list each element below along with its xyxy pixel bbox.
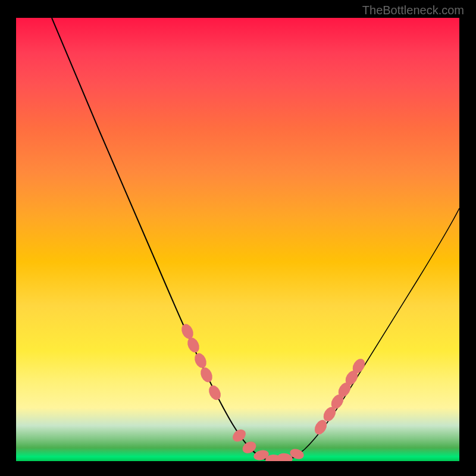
marker-group-bottom: [230, 427, 305, 461]
marker-dot: [179, 322, 195, 340]
marker-group-left: [179, 322, 223, 402]
marker-dot: [192, 351, 208, 369]
marker-group-right: [312, 356, 368, 437]
bottleneck-curve-right: [277, 208, 459, 461]
bottleneck-curve-left: [52, 18, 273, 461]
marker-dot: [206, 383, 223, 402]
watermark-text: TheBottleneck.com: [362, 4, 464, 17]
marker-dot: [185, 336, 201, 354]
marker-dot: [230, 427, 248, 444]
chart-svg: [16, 18, 459, 461]
marker-dot: [198, 365, 214, 384]
